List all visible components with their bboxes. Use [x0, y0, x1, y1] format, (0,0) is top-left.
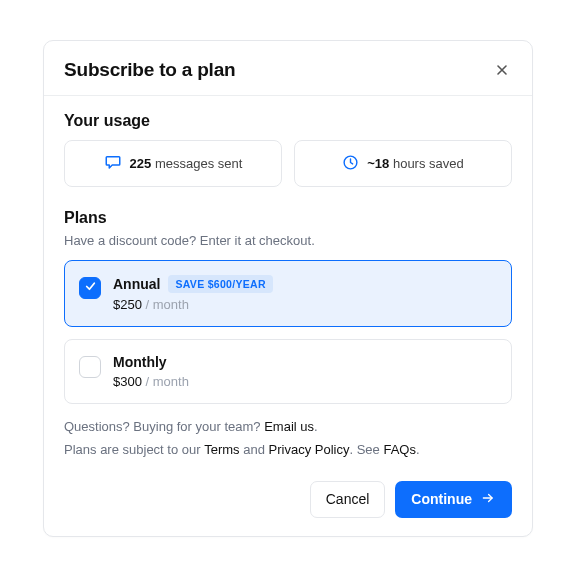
- footnote-text: Questions? Buying for your team?: [64, 419, 264, 434]
- footnote-text: . See: [349, 442, 383, 457]
- usage-label: messages sent: [155, 156, 242, 171]
- continue-label: Continue: [411, 491, 472, 507]
- plan-price-per: / month: [142, 297, 189, 312]
- email-us-link[interactable]: Email us: [264, 419, 314, 434]
- close-icon: [496, 64, 508, 79]
- usage-value: ~18: [367, 156, 389, 171]
- plan-name: Monthly: [113, 354, 167, 370]
- arrow-right-icon: [480, 491, 496, 508]
- usage-value: 225: [130, 156, 152, 171]
- modal-header: Subscribe to a plan: [44, 41, 532, 96]
- plan-option-monthly[interactable]: Monthly $300 / month: [64, 339, 512, 404]
- modal-body: Your usage 225 messages sent ~18 hours s…: [44, 96, 532, 466]
- terms-link[interactable]: Terms: [204, 442, 239, 457]
- chat-icon: [104, 153, 122, 174]
- plan-price: $250 / month: [113, 297, 273, 312]
- modal-title: Subscribe to a plan: [64, 59, 235, 81]
- plans-subtitle: Have a discount code? Enter it at checko…: [64, 233, 512, 248]
- plan-name: Annual: [113, 276, 160, 292]
- plan-price-per: / month: [142, 374, 189, 389]
- close-button[interactable]: [492, 60, 512, 80]
- footnote-text: .: [314, 419, 318, 434]
- plans-title: Plans: [64, 209, 512, 227]
- modal-footer: Cancel Continue: [44, 467, 532, 536]
- plan-main: Monthly $300 / month: [113, 354, 189, 389]
- plan-price-amount: $250: [113, 297, 142, 312]
- usage-card-hours: ~18 hours saved: [294, 140, 512, 187]
- plan-price: $300 / month: [113, 374, 189, 389]
- plan-option-annual[interactable]: Annual SAVE $600/YEAR $250 / month: [64, 260, 512, 327]
- usage-row: 225 messages sent ~18 hours saved: [64, 140, 512, 187]
- plan-checkbox[interactable]: [79, 277, 101, 299]
- plan-checkbox[interactable]: [79, 356, 101, 378]
- usage-title: Your usage: [64, 112, 512, 130]
- subscribe-modal: Subscribe to a plan Your usage 225 messa…: [43, 40, 533, 536]
- footnote-text: and: [240, 442, 269, 457]
- faqs-link[interactable]: FAQs: [383, 442, 416, 457]
- footnote-text: Plans are subject to our: [64, 442, 204, 457]
- footnotes: Questions? Buying for your team? Email u…: [64, 416, 512, 460]
- privacy-link[interactable]: Privacy Policy: [269, 442, 350, 457]
- plan-main: Annual SAVE $600/YEAR $250 / month: [113, 275, 273, 312]
- check-icon: [84, 279, 97, 297]
- clock-icon: [342, 154, 359, 174]
- cancel-button[interactable]: Cancel: [310, 481, 386, 518]
- usage-label: hours saved: [393, 156, 464, 171]
- usage-card-messages: 225 messages sent: [64, 140, 282, 187]
- continue-button[interactable]: Continue: [395, 481, 512, 518]
- footnote-text: .: [416, 442, 420, 457]
- plan-price-amount: $300: [113, 374, 142, 389]
- plan-badge: SAVE $600/YEAR: [168, 275, 272, 293]
